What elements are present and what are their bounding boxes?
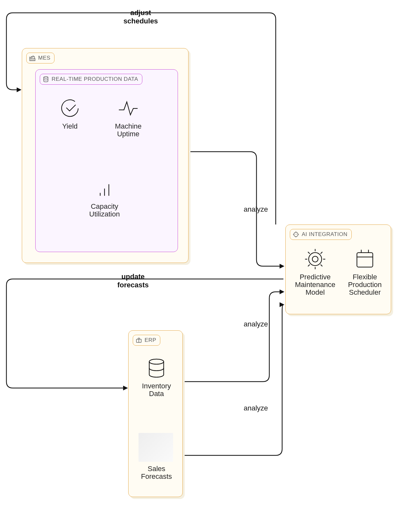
factory-icon	[29, 55, 36, 61]
bar-chart-icon	[92, 176, 117, 201]
activity-icon	[116, 96, 140, 121]
robot-icon	[293, 231, 299, 238]
svg-point-6	[297, 234, 297, 234]
node-uptime: Machine Uptime	[106, 96, 151, 138]
edge-label-analyze-mes: analyze	[244, 205, 268, 214]
briefcase-icon	[136, 337, 142, 343]
edge-label-analyze-inv: analyze	[244, 320, 268, 328]
node-sales-label: Sales Forecasts	[141, 465, 172, 480]
node-fps-label: Flexible Production Scheduler	[348, 273, 382, 297]
edge-label-adjust-schedules: adjust schedules	[123, 9, 158, 25]
node-capacity: Capacity Utilization	[79, 176, 130, 218]
badge-rtpd: REAL-TIME PRODUCTION DATA	[40, 74, 142, 85]
sales-forecast-image	[139, 433, 173, 462]
badge-rtpd-label: REAL-TIME PRODUCTION DATA	[52, 76, 138, 82]
badge-ai-label: AI INTEGRATION	[302, 231, 348, 238]
edge-label-analyze-sales: analyze	[244, 404, 268, 412]
badge-erp-label: ERP	[145, 337, 156, 343]
svg-point-5	[295, 234, 296, 234]
database-icon	[43, 76, 49, 82]
badge-erp: ERP	[133, 335, 160, 346]
node-uptime-label: Machine Uptime	[115, 123, 141, 138]
svg-point-7	[312, 256, 318, 262]
node-fps: Flexible Production Scheduler	[342, 247, 387, 297]
node-yield: Yield	[51, 96, 89, 130]
node-pmm: Predictive Maintenance Model	[291, 247, 339, 297]
svg-point-4	[294, 232, 298, 236]
edge-label-update-forecasts: update forecasts	[117, 273, 149, 289]
checkmark-circle-icon	[58, 96, 82, 121]
node-pmm-label: Predictive Maintenance Model	[295, 273, 335, 297]
badge-mes: MES	[26, 53, 55, 63]
svg-point-3	[149, 359, 164, 364]
badge-ai: AI INTEGRATION	[290, 229, 352, 240]
gear-icon	[303, 247, 327, 271]
node-inventory-label: Inventory Data	[142, 382, 171, 398]
calendar-icon	[353, 247, 377, 271]
svg-point-8	[309, 253, 322, 266]
svg-rect-0	[30, 59, 35, 61]
svg-rect-9	[357, 253, 373, 267]
node-inventory: Inventory Data	[134, 356, 179, 398]
node-capacity-label: Capacity Utilization	[89, 203, 120, 218]
node-yield-label: Yield	[62, 123, 78, 130]
svg-point-1	[44, 77, 48, 78]
database-cylinder-icon	[144, 356, 169, 380]
badge-mes-label: MES	[38, 55, 50, 61]
node-sales: Sales Forecasts	[134, 465, 179, 480]
